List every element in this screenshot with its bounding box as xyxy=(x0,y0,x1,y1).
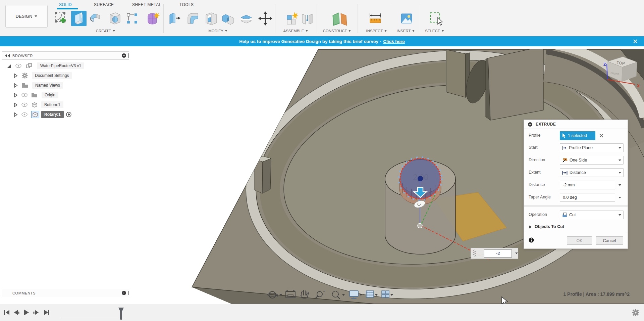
browser-header[interactable]: BROWSER − xyxy=(2,51,129,60)
clear-selection-icon[interactable] xyxy=(599,133,604,138)
group-assemble[interactable]: ASSEMBLE xyxy=(283,28,308,34)
tab-solid[interactable]: SOLID xyxy=(59,1,72,8)
go-to-start-button[interactable] xyxy=(4,310,9,315)
hole-icon[interactable] xyxy=(107,11,123,26)
extrude-icon[interactable] xyxy=(71,11,87,26)
revolve-icon[interactable] xyxy=(88,11,104,26)
construction-plane-icon[interactable] xyxy=(329,11,350,26)
collapsed-arrow-icon[interactable] xyxy=(13,93,18,98)
combine-icon[interactable] xyxy=(220,11,236,26)
new-component-icon[interactable] xyxy=(284,11,300,26)
group-create[interactable]: CREATE xyxy=(96,28,115,34)
profile-selection-chip[interactable]: 1 selected xyxy=(560,131,595,140)
tree-row-document-settings[interactable]: Document Settings xyxy=(13,71,72,80)
design-workspace-menu[interactable]: DESIGN xyxy=(5,5,48,28)
offset-face-icon[interactable] xyxy=(238,11,254,26)
create-form-icon[interactable] xyxy=(145,11,160,26)
comments-expand-button[interactable]: + xyxy=(122,291,126,295)
group-modify[interactable]: MODIFY xyxy=(208,28,227,34)
step-forward-button[interactable] xyxy=(34,310,39,315)
tree-row-root[interactable]: WaterPipeRouterV3 v1 xyxy=(7,61,84,70)
group-insert[interactable]: INSERT xyxy=(397,28,415,34)
insert-image-icon[interactable] xyxy=(399,11,414,26)
dimension-dropdown-icon[interactable] xyxy=(515,253,518,254)
create-sketch-icon[interactable] xyxy=(53,11,68,26)
ok-button[interactable]: OK xyxy=(567,236,592,245)
play-button[interactable] xyxy=(24,310,29,315)
objects-to-cut-row[interactable]: Objects To Cut xyxy=(524,223,628,232)
toolbar-separator xyxy=(358,4,358,33)
distance-dropdown-icon[interactable] xyxy=(619,184,621,186)
dialog-collapse-button[interactable]: − xyxy=(528,122,532,127)
disclosure-arrow-icon[interactable] xyxy=(529,225,532,229)
tree-label[interactable]: WaterPipeRouterV3 v1 xyxy=(37,62,84,69)
browser-minimize-button[interactable]: − xyxy=(122,53,126,58)
start-select[interactable]: Profile Plane xyxy=(560,143,624,152)
tree-label[interactable]: Bottom:1 xyxy=(41,101,63,108)
dialog-header[interactable]: − EXTRUDE xyxy=(524,120,628,129)
tab-surface[interactable]: SURFACE xyxy=(94,1,114,8)
step-back-button[interactable] xyxy=(14,310,19,315)
fusion360-window: DESIGN SOLID SURFACE SHEET METAL TOOLS xyxy=(0,0,644,321)
browser-drag-grip[interactable] xyxy=(128,53,129,58)
comments-drag-grip[interactable] xyxy=(128,291,129,295)
start-label: Start xyxy=(529,145,537,150)
tree-label[interactable]: Named Views xyxy=(32,82,63,89)
move-copy-icon[interactable] xyxy=(258,11,273,26)
banner-link[interactable]: Click here xyxy=(383,39,405,44)
close-icon[interactable] xyxy=(633,39,638,44)
collapsed-arrow-icon[interactable] xyxy=(13,112,18,117)
group-inspect[interactable]: INSPECT xyxy=(366,28,387,34)
press-pull-icon[interactable] xyxy=(166,11,182,26)
select-window-icon[interactable] xyxy=(428,11,444,26)
joint-icon[interactable] xyxy=(300,11,315,26)
tree-label[interactable]: Rotary:1 xyxy=(41,111,64,118)
tree-row-origin[interactable]: Origin xyxy=(13,91,58,99)
banner-message: Help us to improve Generative Design by … xyxy=(239,39,381,44)
tree-label[interactable]: Origin xyxy=(42,92,58,98)
operation-select[interactable]: Cut xyxy=(560,211,624,219)
grid-and-snaps-icon[interactable] xyxy=(366,291,374,297)
tree-row-named-views[interactable]: Named Views xyxy=(13,81,63,90)
drag-handle-icon[interactable] xyxy=(472,249,477,258)
eye-visible-icon[interactable] xyxy=(21,112,28,117)
group-construct[interactable]: CONSTRUCT xyxy=(323,28,351,34)
cancel-button[interactable]: Cancel xyxy=(596,236,623,245)
group-select[interactable]: SELECT xyxy=(425,28,444,34)
extent-select[interactable]: Distance xyxy=(560,168,624,177)
shell-icon[interactable] xyxy=(203,11,219,26)
dimension-input[interactable]: -2 xyxy=(484,249,512,258)
taper-dropdown-icon[interactable] xyxy=(619,197,621,198)
info-icon[interactable] xyxy=(529,237,534,243)
viewcube-top-label[interactable]: TOP xyxy=(616,60,625,66)
taper-angle-input[interactable]: 0.0 deg xyxy=(560,193,615,202)
tree-label[interactable]: Document Settings xyxy=(32,72,72,79)
expanded-arrow-icon[interactable] xyxy=(7,63,12,68)
rectangular-pattern-icon[interactable] xyxy=(124,11,140,26)
direction-select[interactable]: One Side xyxy=(560,156,624,165)
distance-input[interactable]: -2 mm xyxy=(560,181,615,189)
comments-header[interactable]: COMMENTS + xyxy=(2,289,129,297)
activate-component-radio[interactable] xyxy=(66,111,72,118)
timeline-settings-gear-icon[interactable] xyxy=(632,309,640,317)
go-to-end-button[interactable] xyxy=(44,310,49,315)
operation-label: Operation xyxy=(529,212,547,217)
collapsed-arrow-icon[interactable] xyxy=(13,83,18,88)
tab-tools[interactable]: TOOLS xyxy=(179,1,194,8)
collapse-panel-icon[interactable] xyxy=(5,54,10,58)
folder-icon xyxy=(31,93,38,98)
eye-visible-icon[interactable] xyxy=(21,93,28,97)
collapsed-arrow-icon[interactable] xyxy=(13,73,18,78)
tab-sheet-metal[interactable]: SHEET METAL xyxy=(132,1,161,8)
fillet-icon[interactable] xyxy=(185,11,201,26)
tree-row-rotary[interactable]: Rotary:1 xyxy=(13,110,72,119)
profile-center-point xyxy=(418,176,423,181)
measure-icon[interactable] xyxy=(368,11,383,26)
chevron-down-icon xyxy=(384,30,386,32)
timeline-playhead[interactable] xyxy=(118,307,124,320)
collapsed-arrow-icon[interactable] xyxy=(13,102,18,107)
tree-row-bottom[interactable]: Bottom:1 xyxy=(13,100,63,109)
eye-visible-icon[interactable] xyxy=(15,63,22,68)
survey-banner: Help us to improve Generative Design by … xyxy=(0,36,644,46)
eye-visible-icon[interactable] xyxy=(21,102,28,107)
